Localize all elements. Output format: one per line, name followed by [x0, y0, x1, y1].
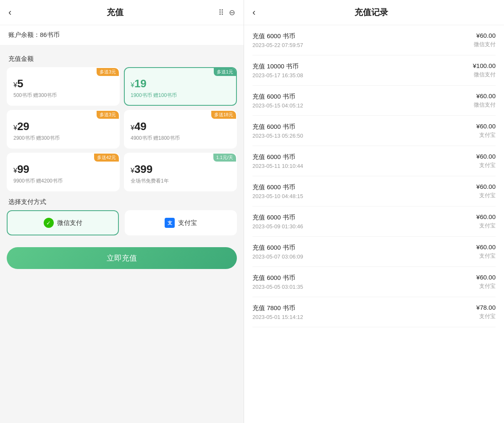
price-sub-5: 500书币 赠300书币 — [13, 92, 57, 99]
record-right: ¥60.00 支付宝 — [476, 123, 496, 139]
record-amount: ¥60.00 — [476, 243, 496, 251]
record-pay-method: 微信支付 — [474, 101, 496, 109]
record-pay-method: 支付宝 — [479, 252, 496, 260]
back-button[interactable]: ‹ — [8, 7, 11, 18]
right-header: ‹ 充值记录 — [244, 0, 504, 25]
record-amount: ¥100.00 — [473, 62, 496, 69]
record-time: 2023-05-01 15:14:12 — [252, 314, 303, 320]
price-49: ¥49 — [131, 120, 147, 133]
price-399: ¥399 — [131, 163, 152, 176]
record-pay-method: 微信支付 — [474, 41, 496, 48]
price-99: ¥99 — [13, 163, 29, 176]
record-item: 充值 6000 书币 2023-05-15 04:05:12 ¥60.00 微信… — [252, 86, 496, 116]
header-icons: ⠿ ⊖ — [218, 8, 235, 17]
record-pay-method: 支付宝 — [479, 313, 496, 320]
right-panel: ‹ 充值记录 充值 6000 书币 2023-05-22 07:59:57 ¥6… — [244, 0, 504, 423]
record-left: 充值 6000 书币 2023-05-11 10:10:44 — [252, 153, 303, 169]
record-right: ¥60.00 支付宝 — [476, 153, 496, 169]
minus-circle-icon[interactable]: ⊖ — [229, 8, 235, 17]
record-time: 2023-05-11 10:10:44 — [252, 163, 303, 169]
record-item: 充值 6000 书币 2023-05-11 10:10:44 ¥60.00 支付… — [252, 146, 496, 176]
record-left: 充值 6000 书币 2023-05-07 03:06:09 — [252, 244, 303, 260]
price-sub-49: 4900书币 赠1800书币 — [131, 135, 180, 142]
record-left: 充值 6000 书币 2023-05-15 04:05:12 — [252, 93, 303, 109]
record-amount: ¥60.00 — [476, 274, 496, 281]
record-item: 充值 6000 书币 2023-05-22 07:59:57 ¥60.00 微信… — [252, 25, 496, 55]
pay-methods: ✓ 微信支付 支 支付宝 — [0, 210, 244, 235]
recharge-section-title: 充值金额 — [0, 49, 244, 67]
record-item: 充值 6000 书币 2023-05-10 04:48:15 ¥60.00 支付… — [252, 176, 496, 206]
price-sub-99: 9900书币 赠4200书币 — [13, 178, 63, 185]
alipay-card[interactable]: 支 支付宝 — [125, 210, 237, 235]
price-19: ¥19 — [131, 77, 147, 90]
record-left: 充值 6000 书币 2023-05-10 04:48:15 — [252, 183, 303, 199]
left-header-title: 充值 — [107, 7, 123, 18]
right-back-button[interactable]: ‹ — [252, 7, 255, 18]
record-right: ¥60.00 微信支付 — [474, 32, 496, 48]
record-amount: ¥60.00 — [476, 32, 496, 39]
record-title: 充值 7800 书币 — [252, 304, 303, 312]
balance-bar: 账户余额：86书币 — [0, 25, 244, 45]
alipay-icon: 支 — [165, 218, 175, 228]
record-amount: ¥60.00 — [476, 92, 496, 99]
record-title: 充值 6000 书币 — [252, 123, 303, 131]
record-title: 充值 6000 书币 — [252, 32, 303, 40]
record-right: ¥100.00 微信支付 — [473, 62, 496, 78]
record-left: 充值 6000 书币 2023-05-05 03:01:35 — [252, 274, 303, 290]
record-item: 充值 6000 书币 2023-05-13 05:26:50 ¥60.00 支付… — [252, 116, 496, 146]
badge-19: 多送1元 — [214, 68, 236, 76]
recharge-card-49[interactable]: 多送18元 ¥49 4900书币 赠1800书币 — [124, 110, 237, 149]
wechat-pay-card[interactable]: ✓ 微信支付 — [7, 210, 119, 235]
record-list: 充值 6000 书币 2023-05-22 07:59:57 ¥60.00 微信… — [244, 25, 504, 423]
record-left: 充值 7800 书币 2023-05-01 15:14:12 — [252, 304, 303, 320]
record-right: ¥60.00 支付宝 — [476, 274, 496, 290]
record-pay-method: 支付宝 — [479, 192, 496, 199]
price-29: ¥29 — [13, 120, 29, 133]
record-title: 充值 6000 书币 — [252, 153, 303, 161]
record-title: 充值 6000 书币 — [252, 183, 303, 191]
record-time: 2023-05-09 01:30:46 — [252, 223, 303, 230]
record-left: 充值 6000 书币 2023-05-09 01:30:46 — [252, 214, 303, 230]
recharge-card-29[interactable]: 多送3元 ¥29 2900书币 赠300书币 — [7, 110, 120, 149]
record-title: 充值 6000 书币 — [252, 93, 303, 101]
record-time: 2023-05-17 16:35:08 — [252, 72, 303, 78]
wechat-icon: ✓ — [44, 218, 54, 228]
pay-section-title: 选择支付方式 — [0, 191, 244, 210]
record-item: 充值 10000 书币 2023-05-17 16:35:08 ¥100.00 … — [252, 55, 496, 86]
right-header-title: 充值记录 — [255, 7, 487, 18]
wechat-pay-label: 微信支付 — [57, 219, 82, 227]
record-item: 充值 7800 书币 2023-05-01 15:14:12 ¥78.00 支付… — [252, 297, 496, 327]
badge-5: 多送3元 — [97, 68, 119, 76]
recharge-card-399[interactable]: 1.1元/天 ¥399 全场书免费看1年 — [124, 153, 237, 191]
record-left: 充值 10000 书币 2023-05-17 16:35:08 — [252, 63, 303, 78]
record-left: 充值 6000 书币 2023-05-22 07:59:57 — [252, 32, 303, 48]
record-time: 2023-05-22 07:59:57 — [252, 42, 303, 48]
recharge-grid: 多送3元 ¥5 500书币 赠300书币 多送1元 ¥19 1900书币 赠10… — [0, 67, 244, 191]
recharge-card-99[interactable]: 多送42元 ¥99 9900书币 赠4200书币 — [7, 153, 120, 191]
record-right: ¥60.00 支付宝 — [476, 243, 496, 260]
record-pay-method: 支付宝 — [479, 282, 496, 290]
badge-49: 多送18元 — [211, 111, 236, 119]
record-time: 2023-05-15 04:05:12 — [252, 102, 303, 109]
recharge-card-5[interactable]: 多送3元 ¥5 500书币 赠300书币 — [7, 67, 120, 106]
record-time: 2023-05-07 03:06:09 — [252, 253, 303, 260]
price-sub-19: 1900书币 赠100书币 — [131, 92, 177, 99]
record-time: 2023-05-10 04:48:15 — [252, 193, 303, 199]
record-title: 充值 6000 书币 — [252, 244, 303, 252]
record-title: 充值 6000 书币 — [252, 274, 303, 282]
confirm-recharge-button[interactable]: 立即充值 — [7, 247, 237, 269]
record-pay-method: 微信支付 — [474, 71, 496, 78]
record-time: 2023-05-05 03:01:35 — [252, 284, 303, 290]
left-header: ‹ 充值 ⠿ ⊖ — [0, 0, 244, 25]
badge-99: 多送42元 — [94, 154, 119, 162]
recharge-card-19[interactable]: 多送1元 ¥19 1900书币 赠100书币 — [124, 67, 237, 106]
record-pay-method: 支付宝 — [479, 162, 496, 169]
record-amount: ¥78.00 — [476, 304, 496, 311]
record-right: ¥60.00 微信支付 — [474, 92, 496, 109]
record-right: ¥60.00 支付宝 — [476, 183, 496, 199]
alipay-label: 支付宝 — [178, 219, 197, 227]
record-item: 充值 6000 书币 2023-05-09 01:30:46 ¥60.00 支付… — [252, 206, 496, 237]
price-5: ¥5 — [13, 77, 23, 90]
record-title: 充值 6000 书币 — [252, 214, 303, 222]
grid-icon[interactable]: ⠿ — [218, 8, 224, 17]
